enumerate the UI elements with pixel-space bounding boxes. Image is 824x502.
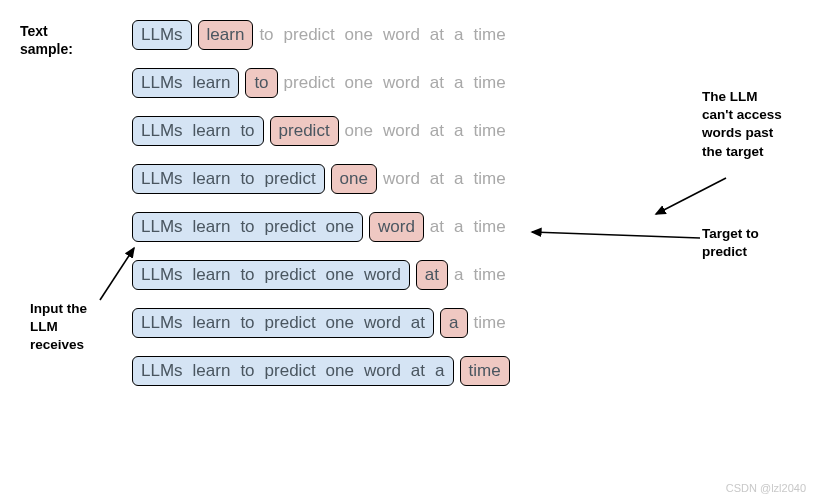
training-example-row: LLMslearntopredictonewordatatime <box>132 66 516 100</box>
input-context-box: LLMs <box>132 20 192 50</box>
input-word: LLMs <box>141 313 183 333</box>
hidden-word: word <box>383 25 420 45</box>
svg-line-1 <box>656 178 726 214</box>
input-word: learn <box>193 73 231 93</box>
input-word: at <box>411 361 425 381</box>
input-word: one <box>326 265 354 285</box>
input-word: predict <box>265 169 316 189</box>
rows-container: LLMslearntopredictonewordatatimeLLMslear… <box>132 18 516 402</box>
hidden-word: at <box>430 121 444 141</box>
hidden-word: word <box>383 121 420 141</box>
hidden-word: a <box>454 73 463 93</box>
hidden-word: time <box>474 121 506 141</box>
hidden-word: time <box>474 217 506 237</box>
hidden-word: word <box>383 73 420 93</box>
input-context-box: LLMslearnto <box>132 116 264 146</box>
hidden-word: time <box>474 169 506 189</box>
input-context-box: LLMslearntopredictone <box>132 212 363 242</box>
input-word: one <box>326 217 354 237</box>
hidden-word: at <box>430 25 444 45</box>
hidden-word: one <box>345 25 373 45</box>
input-word: word <box>364 361 401 381</box>
input-word: to <box>240 361 254 381</box>
training-example-row: LLMslearntopredictonewordatatime <box>132 210 516 244</box>
hidden-word: predict <box>284 73 335 93</box>
watermark: CSDN @lzl2040 <box>726 482 806 494</box>
target-word-box: time <box>460 356 510 386</box>
input-word: LLMs <box>141 121 183 141</box>
input-word: to <box>240 313 254 333</box>
input-word: learn <box>193 361 231 381</box>
training-example-row: LLMslearntopredictonewordatatime <box>132 354 516 388</box>
input-word: predict <box>265 217 316 237</box>
input-word: one <box>326 361 354 381</box>
input-word: LLMs <box>141 25 183 45</box>
input-word: predict <box>265 265 316 285</box>
target-word-box: word <box>369 212 424 242</box>
input-context-box: LLMslearntopredict <box>132 164 325 194</box>
training-example-row: LLMslearntopredictonewordatatime <box>132 306 516 340</box>
input-context-box: LLMslearntopredictoneword <box>132 260 410 290</box>
input-word: LLMs <box>141 361 183 381</box>
input-context-box: LLMslearn <box>132 68 239 98</box>
hidden-word: a <box>454 121 463 141</box>
input-word: predict <box>265 361 316 381</box>
hidden-word: predict <box>284 25 335 45</box>
svg-line-0 <box>100 248 134 300</box>
target-word-box: learn <box>198 20 254 50</box>
hidden-word: word <box>383 169 420 189</box>
training-example-row: LLMslearntopredictonewordatatime <box>132 162 516 196</box>
input-word: learn <box>193 265 231 285</box>
input-word: learn <box>193 121 231 141</box>
input-word: to <box>240 217 254 237</box>
input-word: learn <box>193 169 231 189</box>
hidden-word: time <box>474 73 506 93</box>
hidden-word: a <box>454 169 463 189</box>
input-word: to <box>240 121 254 141</box>
hidden-word: a <box>454 265 463 285</box>
annotation-input: Input theLLMreceives <box>30 300 87 355</box>
input-word: LLMs <box>141 217 183 237</box>
input-word: learn <box>193 313 231 333</box>
hidden-word: time <box>474 265 506 285</box>
input-word: a <box>435 361 444 381</box>
input-word: LLMs <box>141 169 183 189</box>
svg-line-2 <box>532 232 700 238</box>
training-example-row: LLMslearntopredictonewordatatime <box>132 258 516 292</box>
hidden-word: a <box>454 25 463 45</box>
hidden-word: time <box>474 313 506 333</box>
training-example-row: LLMslearntopredictonewordatatime <box>132 18 516 52</box>
target-word-box: a <box>440 308 467 338</box>
hidden-word: one <box>345 121 373 141</box>
target-word-box: to <box>245 68 277 98</box>
input-word: learn <box>193 217 231 237</box>
hidden-word: at <box>430 169 444 189</box>
input-word: word <box>364 265 401 285</box>
target-word-box: predict <box>270 116 339 146</box>
hidden-word: one <box>345 73 373 93</box>
hidden-word: time <box>474 25 506 45</box>
input-word: LLMs <box>141 265 183 285</box>
hidden-word: at <box>430 73 444 93</box>
annotation-cant-access: The LLMcan't accesswords pastthe target <box>702 88 782 161</box>
input-context-box: LLMslearntopredictonewordat <box>132 308 434 338</box>
training-example-row: LLMslearntopredictonewordatatime <box>132 114 516 148</box>
annotation-target: Target topredict <box>702 225 759 261</box>
input-word: to <box>240 265 254 285</box>
input-context-box: LLMslearntopredictonewordata <box>132 356 454 386</box>
target-word-box: at <box>416 260 448 290</box>
input-word: to <box>240 169 254 189</box>
input-word: one <box>326 313 354 333</box>
text-sample-label: Textsample: <box>20 22 73 58</box>
input-word: LLMs <box>141 73 183 93</box>
hidden-word: to <box>259 25 273 45</box>
target-word-box: one <box>331 164 377 194</box>
input-word: at <box>411 313 425 333</box>
hidden-word: at <box>430 217 444 237</box>
input-word: predict <box>265 313 316 333</box>
input-word: word <box>364 313 401 333</box>
hidden-word: a <box>454 217 463 237</box>
